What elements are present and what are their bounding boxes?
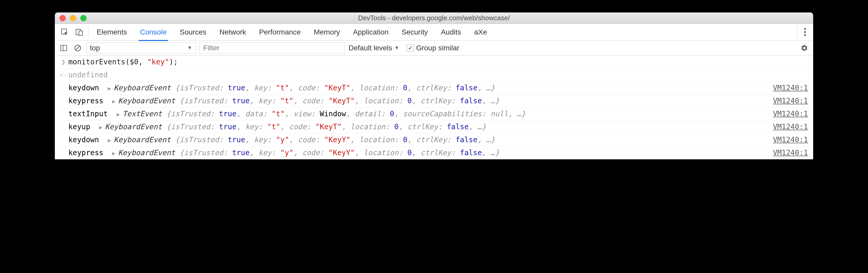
console-log-row[interactable]: keypress ▶KeyboardEvent {isTrusted: true… bbox=[55, 146, 813, 159]
console-response-row: <· undefined bbox=[55, 69, 813, 81]
group-similar-label: Group similar bbox=[416, 44, 459, 52]
context-selector[interactable]: top ▼ bbox=[87, 42, 196, 54]
panel-tab-sources[interactable]: Sources bbox=[180, 24, 206, 40]
log-message: keypress ▶KeyboardEvent {isTrusted: true… bbox=[68, 97, 499, 105]
panel-tab-security[interactable]: Security bbox=[402, 24, 428, 40]
more-menu-icon[interactable] bbox=[799, 25, 811, 39]
expand-icon[interactable]: ▶ bbox=[108, 137, 111, 143]
panel-tab-network[interactable]: Network bbox=[219, 24, 246, 40]
expand-icon[interactable]: ▶ bbox=[108, 85, 111, 92]
checkbox-icon: ✓ bbox=[407, 44, 414, 52]
dropdown-icon: ▼ bbox=[187, 45, 192, 51]
console-log-row[interactable]: textInput ▶TextEvent {isTrusted: true, d… bbox=[55, 107, 813, 121]
svg-rect-3 bbox=[61, 45, 66, 50]
console-response: undefined bbox=[68, 71, 108, 79]
input-prompt-icon: ❯ bbox=[59, 58, 68, 66]
console-command: monitorEvents($0, "key"); bbox=[68, 58, 178, 66]
log-message: keydown ▶KeyboardEvent {isTrusted: true,… bbox=[68, 83, 495, 92]
log-message: keypress ▶KeyboardEvent {isTrusted: true… bbox=[68, 148, 499, 157]
panel-tabs: ElementsConsoleSourcesNetworkPerformance… bbox=[92, 24, 487, 40]
panel-tab-memory[interactable]: Memory bbox=[314, 24, 340, 40]
log-source-link[interactable]: VM1240:1 bbox=[773, 148, 808, 157]
window-title: DevTools - developers.google.com/web/sho… bbox=[55, 14, 813, 22]
inspect-element-icon[interactable] bbox=[57, 24, 72, 40]
clear-console-icon[interactable] bbox=[72, 43, 83, 53]
panel-tab-performance[interactable]: Performance bbox=[259, 24, 301, 40]
log-message: keyup ▶KeyboardEvent {isTrusted: true, k… bbox=[68, 123, 486, 131]
console-body: ❯ monitorEvents($0, "key"); <· undefined… bbox=[55, 56, 813, 159]
panel-tab-application[interactable]: Application bbox=[353, 24, 389, 40]
divider bbox=[797, 27, 797, 37]
context-value: top bbox=[90, 44, 100, 52]
log-levels-selector[interactable]: Default levels ▼ bbox=[348, 44, 399, 52]
device-toggle-icon[interactable] bbox=[72, 24, 87, 40]
sidebar-toggle-icon[interactable] bbox=[59, 43, 69, 53]
svg-rect-2 bbox=[79, 31, 83, 36]
expand-icon[interactable]: ▶ bbox=[117, 111, 120, 117]
panel-tab-elements[interactable]: Elements bbox=[97, 24, 127, 40]
filter-input[interactable] bbox=[199, 42, 345, 54]
panel-tabbar: ElementsConsoleSourcesNetworkPerformance… bbox=[55, 24, 813, 40]
devtools-window: DevTools - developers.google.com/web/sho… bbox=[55, 12, 813, 159]
log-source-link[interactable]: VM1240:1 bbox=[773, 135, 808, 144]
panel-tab-audits[interactable]: Audits bbox=[441, 24, 461, 40]
log-source-link[interactable]: VM1240:1 bbox=[773, 109, 808, 118]
titlebar: DevTools - developers.google.com/web/sho… bbox=[55, 12, 813, 24]
expand-icon[interactable]: ▶ bbox=[112, 150, 116, 157]
console-input-row[interactable]: ❯ monitorEvents($0, "key"); bbox=[55, 56, 813, 69]
dropdown-icon: ▼ bbox=[394, 45, 399, 51]
panel-tab-axe[interactable]: aXe bbox=[474, 24, 487, 40]
log-message: textInput ▶TextEvent {isTrusted: true, d… bbox=[68, 109, 526, 118]
group-similar-checkbox[interactable]: ✓ Group similar bbox=[403, 44, 459, 52]
divider bbox=[88, 27, 88, 37]
panel-tab-console[interactable]: Console bbox=[140, 24, 167, 40]
console-log-row[interactable]: keyup ▶KeyboardEvent {isTrusted: true, k… bbox=[55, 121, 813, 133]
log-source-link[interactable]: VM1240:1 bbox=[773, 83, 808, 92]
console-log-row[interactable]: keydown ▶KeyboardEvent {isTrusted: true,… bbox=[55, 81, 813, 95]
expand-icon[interactable]: ▶ bbox=[112, 98, 116, 105]
console-log-row[interactable]: keypress ▶KeyboardEvent {isTrusted: true… bbox=[55, 95, 813, 107]
output-icon: <· bbox=[59, 71, 68, 79]
expand-icon[interactable]: ▶ bbox=[99, 124, 102, 131]
console-log-row[interactable]: keydown ▶KeyboardEvent {isTrusted: true,… bbox=[55, 133, 813, 146]
console-toolbar: top ▼ Default levels ▼ ✓ Group similar bbox=[55, 40, 813, 56]
log-message: keydown ▶KeyboardEvent {isTrusted: true,… bbox=[68, 135, 495, 144]
log-source-link[interactable]: VM1240:1 bbox=[773, 123, 808, 131]
console-settings-icon[interactable] bbox=[799, 43, 809, 53]
levels-label: Default levels bbox=[348, 44, 392, 52]
log-source-link[interactable]: VM1240:1 bbox=[773, 97, 808, 105]
